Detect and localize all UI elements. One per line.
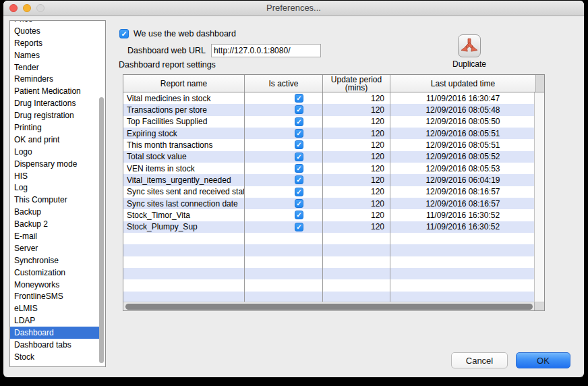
sidebar-item-stock[interactable]: Stock [10,351,99,363]
table-row[interactable]: Sync sites last connection date✓12012/09… [123,198,534,209]
is-active-cell [245,268,323,279]
row-active-checkbox[interactable]: ✓ [295,164,303,173]
column-header-update-period[interactable]: Update period (mins) [323,75,390,92]
row-active-checkbox[interactable]: ✓ [295,223,303,231]
is-active-cell[interactable]: ✓ [245,92,323,104]
sidebar-item-elmis[interactable]: eLMIS [10,302,99,314]
is-active-cell[interactable]: ✓ [245,174,323,186]
update-period-cell[interactable]: 120 [323,186,390,198]
sidebar-item-names[interactable]: Names [10,49,99,61]
table-row[interactable]: Vital_items_urgently_needed✓12012/09/201… [123,174,534,186]
row-active-checkbox[interactable]: ✓ [295,129,303,138]
row-active-checkbox[interactable]: ✓ [295,140,303,149]
hscroll-track[interactable] [123,302,534,310]
is-active-cell[interactable]: ✓ [245,221,323,233]
row-active-checkbox[interactable]: ✓ [295,94,303,103]
sidebar-item-synchronise[interactable]: Synchronise [10,254,99,267]
sidebar-item-logo[interactable]: Logo [10,146,99,158]
table-row[interactable]: Stock_Timor_Vita✓12011/09/2016 16:30:52 [123,209,534,221]
table-row[interactable]: Top Facilities Supplied✓12012/09/2016 08… [123,116,534,128]
sidebar-item-quotes[interactable]: Quotes [10,25,99,37]
table-vertical-scrollbar[interactable] [534,92,544,302]
update-period-cell[interactable]: 120 [323,221,390,233]
sidebar-item-server[interactable]: Server [10,242,99,254]
ok-button[interactable]: OK [516,352,570,368]
update-period-cell[interactable]: 120 [323,174,390,186]
column-header-report-name[interactable]: Report name [123,75,245,92]
table-row[interactable]: Expiring stock✓12012/09/2016 08:05:51 [123,128,534,139]
sidebar-item-price-clipped[interactable]: Price [10,20,99,25]
sidebar-item-e-mail[interactable]: E-mail [10,230,99,242]
table-row[interactable]: Stock_Plumpy_Sup✓12011/09/2016 16:30:52 [123,221,534,233]
update-period-cell[interactable]: 120 [323,198,390,209]
is-active-cell[interactable]: ✓ [245,139,323,150]
sidebar-item-drug-registration[interactable]: Drug registration [10,109,99,121]
hscroll-thumb[interactable] [125,304,533,310]
sidebar-item-backup-2[interactable]: Backup 2 [10,218,99,230]
row-active-checkbox[interactable]: ✓ [295,117,303,126]
sidebar-item-drug-interactions[interactable]: Drug Interactions [10,97,99,109]
update-period-cell[interactable]: 120 [323,209,390,221]
sidebar-item-frontlinesms[interactable]: FrontlineSMS [10,290,99,302]
report-name-cell: Expiring stock [123,128,245,139]
sidebar-item-moneyworks[interactable]: Moneyworks [10,279,99,291]
update-period-cell[interactable]: 120 [323,139,390,150]
is-active-cell[interactable]: ✓ [245,104,323,115]
sidebar-item-ok-and-print[interactable]: OK and print [10,134,99,146]
is-active-cell[interactable]: ✓ [245,151,323,163]
sidebar-item-tender[interactable]: Tender [10,61,99,74]
sidebar-item-reminders[interactable]: Reminders [10,73,99,85]
table-row[interactable]: Total stock value✓12012/09/2016 08:05:52 [123,151,534,163]
sidebar-item-log[interactable]: Log [10,182,99,194]
is-active-cell[interactable]: ✓ [245,186,323,198]
is-active-cell[interactable]: ✓ [245,198,323,209]
sidebar-item-dashboard[interactable]: Dashboard [10,327,99,339]
sidebar-item-customization[interactable]: Customization [10,267,99,279]
web-dashboard-checkbox[interactable]: ✓ [119,29,129,38]
web-dashboard-checkbox-row: ✓ We use the web dashboard [119,29,236,38]
sidebar-item-patient-medication[interactable]: Patient Medication [10,85,99,97]
dashboard-url-input[interactable] [211,44,321,57]
table-row[interactable]: Transactions per store✓12012/09/2016 08:… [123,104,534,115]
sidebar-item-backup[interactable]: Backup [10,206,99,218]
row-active-checkbox[interactable]: ✓ [295,211,303,219]
update-period-cell[interactable]: 120 [323,163,390,174]
update-period-cell[interactable]: 120 [323,151,390,163]
is-active-cell[interactable]: ✓ [245,128,323,139]
sidebar-item-this-computer[interactable]: This Computer [10,194,99,206]
row-active-checkbox[interactable]: ✓ [295,105,303,114]
row-active-checkbox[interactable]: ✓ [295,175,303,184]
table-row[interactable]: VEN items in stock✓12012/09/2016 08:05:5… [123,163,534,174]
table-row[interactable]: This month transactions✓12012/09/2016 08… [123,139,534,150]
is-active-cell[interactable]: ✓ [245,116,323,128]
update-period-cell[interactable]: 120 [323,104,390,115]
sidebar-item-his[interactable]: HIS [10,170,99,182]
table-horizontal-scrollbar[interactable] [123,302,544,310]
column-header-last-updated[interactable]: Last updated time [390,75,535,92]
row-active-checkbox[interactable]: ✓ [295,188,303,196]
report-name-cell [123,256,245,268]
duplicate-button[interactable]: Duplicate [445,34,494,69]
table-row[interactable]: Sync sites sent and received statistics✓… [123,186,534,198]
sidebar-item-dashboard-tabs[interactable]: Dashboard tabs [10,339,99,351]
report-name-cell: Transactions per store [123,104,245,115]
sidebar-item-reports[interactable]: Reports [10,37,99,49]
column-header-is-active[interactable]: Is active [245,75,323,92]
sidebar-item-dispensary-mode[interactable]: Dispensary mode [10,158,99,170]
minimize-button[interactable] [23,4,31,12]
is-active-cell[interactable]: ✓ [245,209,323,221]
row-active-checkbox[interactable]: ✓ [295,153,303,161]
sidebar-item-ldap[interactable]: LDAP [10,314,99,327]
sidebar-scrollbar[interactable] [99,97,104,363]
dashboard-url-label: Dashboard web URL [127,46,206,55]
title-bar[interactable]: Preferences... [3,1,584,16]
update-period-cell[interactable]: 120 [323,92,390,104]
cancel-button[interactable]: Cancel [451,352,508,368]
update-period-cell[interactable]: 120 [323,128,390,139]
table-row[interactable]: Vital medicines in stock✓12011/09/2016 1… [123,92,534,104]
update-period-cell[interactable]: 120 [323,116,390,128]
close-button[interactable] [9,4,18,12]
sidebar-item-printing[interactable]: Printing [10,121,99,134]
row-active-checkbox[interactable]: ✓ [295,199,303,208]
is-active-cell[interactable]: ✓ [245,163,323,174]
